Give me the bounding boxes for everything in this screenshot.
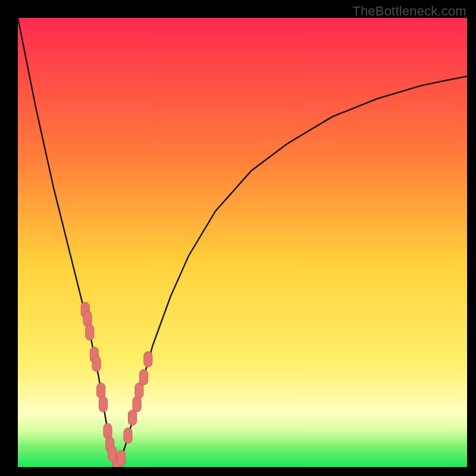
curve-marker (97, 383, 105, 399)
marker-group (81, 302, 152, 467)
plot-area (18, 18, 467, 467)
curve-marker (86, 325, 94, 340)
curve-marker (135, 383, 143, 399)
outer-frame: TheBottleneck.com (0, 0, 476, 476)
curve-marker (92, 356, 101, 371)
watermark-text: TheBottleneck.com (352, 4, 466, 19)
curve-marker (83, 311, 92, 327)
curve-marker (129, 410, 137, 425)
curve-marker (104, 424, 112, 439)
chart-svg (18, 18, 467, 467)
curve-marker (108, 446, 117, 461)
curve-marker (139, 369, 148, 385)
curve-marker (99, 396, 107, 412)
curve-marker (117, 450, 126, 466)
bottleneck-curve (18, 18, 467, 467)
curve-marker (133, 396, 141, 412)
curve-marker (124, 428, 132, 443)
curve-marker (144, 352, 152, 367)
